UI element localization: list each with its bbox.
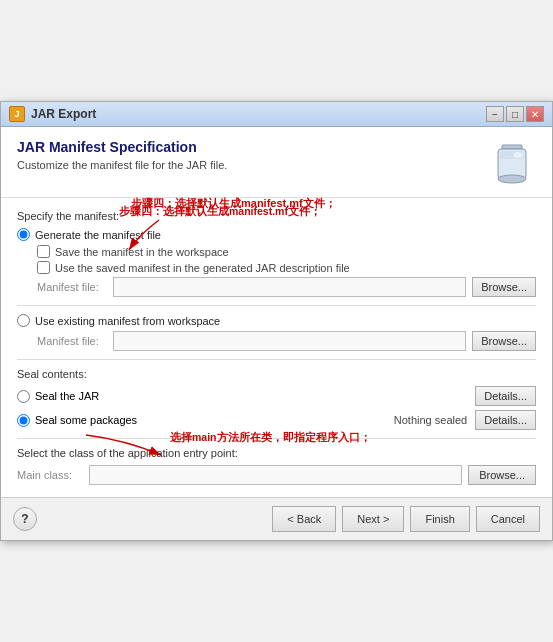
jar-image-icon [488, 139, 536, 187]
checkbox-save-label: Save the manifest in the workspace [55, 246, 229, 258]
browse-button2[interactable]: Browse... [472, 331, 536, 351]
details-button1[interactable]: Details... [475, 386, 536, 406]
checkbox-use-saved-input[interactable] [37, 261, 50, 274]
maximize-button[interactable]: □ [506, 106, 524, 122]
manifest-file-label1: Manifest file: [37, 281, 107, 293]
annotation-step4: 步骤四：选择默认生成manifest.mf文件； [131, 197, 336, 209]
checkbox-use-saved-label: Use the saved manifest in the generated … [55, 262, 350, 274]
divider1 [17, 305, 536, 306]
divider3 [17, 438, 536, 439]
seal-jar-left: Seal the JAR [17, 390, 99, 403]
window-icon: J [9, 106, 25, 122]
radio-existing-option[interactable]: Use existing manifest from workspace [17, 314, 536, 327]
jar-export-window: J JAR Export − □ ✕ JAR Manifest Specific… [0, 101, 553, 541]
title-bar: J JAR Export − □ ✕ [1, 102, 552, 127]
svg-point-4 [513, 152, 523, 158]
radio-seal-jar-label: Seal the JAR [35, 390, 99, 402]
radio-seal-packages[interactable] [17, 414, 30, 427]
svg-rect-0 [502, 145, 522, 149]
footer-left: ? [13, 507, 37, 531]
radio-existing-input[interactable] [17, 314, 30, 327]
finish-button[interactable]: Finish [410, 506, 469, 532]
page-title: JAR Manifest Specification [17, 139, 227, 155]
next-button[interactable]: Next > [342, 506, 404, 532]
radio-generate-option[interactable]: Generate the manifest file [17, 228, 536, 241]
radio-seal-jar[interactable] [17, 390, 30, 403]
radio-seal-packages-label: Seal some packages [35, 414, 137, 426]
header-section: JAR Manifest Specification Customize the… [1, 127, 552, 198]
main-class-label: Main class: [17, 469, 83, 481]
browse-main-button[interactable]: Browse... [468, 465, 536, 485]
seal-section: Seal contents: Seal the JAR Details... S… [17, 368, 536, 430]
jar-icon-container [488, 139, 536, 187]
nothing-sealed-label: Nothing sealed [394, 414, 467, 426]
radio-existing-label: Use existing manifest from workspace [35, 315, 220, 327]
minimize-button[interactable]: − [486, 106, 504, 122]
seal-packages-left: Seal some packages [17, 414, 137, 427]
manifest-file-label2: Manifest file: [37, 335, 107, 347]
seal-contents-label: Seal contents: [17, 368, 536, 380]
specify-manifest-label: Specify the manifest: [17, 210, 536, 222]
manifest-file-row2: Manifest file: Browse... [37, 331, 536, 351]
title-bar-controls: − □ ✕ [486, 106, 544, 122]
browse-button1[interactable]: Browse... [472, 277, 536, 297]
manifest-file-input1[interactable] [113, 277, 466, 297]
checkbox-save-input[interactable] [37, 245, 50, 258]
main-class-input[interactable] [89, 465, 462, 485]
entry-point-label: Select the class of the application entr… [17, 447, 536, 459]
entry-section: Select the class of the application entr… [17, 447, 536, 485]
footer-right: < Back Next > Finish Cancel [272, 506, 540, 532]
main-class-row: Main class: Browse... [17, 465, 536, 485]
svg-point-3 [498, 175, 526, 183]
footer: ? < Back Next > Finish Cancel [1, 497, 552, 540]
page-subtitle: Customize the manifest file for the JAR … [17, 159, 227, 171]
close-button[interactable]: ✕ [526, 106, 544, 122]
seal-packages-right: Nothing sealed Details... [394, 410, 536, 430]
checkbox-use-saved-option[interactable]: Use the saved manifest in the generated … [37, 261, 536, 274]
radio-generate-label: Generate the manifest file [35, 229, 161, 241]
details-button2[interactable]: Details... [475, 410, 536, 430]
window-title: JAR Export [31, 107, 96, 121]
seal-packages-row: Seal some packages Nothing sealed Detail… [17, 410, 536, 430]
radio-generate-input[interactable] [17, 228, 30, 241]
manifest-file-row1: Manifest file: Browse... [37, 277, 536, 297]
cancel-button[interactable]: Cancel [476, 506, 540, 532]
divider2 [17, 359, 536, 360]
manifest-file-input2[interactable] [113, 331, 466, 351]
help-button[interactable]: ? [13, 507, 37, 531]
seal-jar-right: Details... [475, 386, 536, 406]
back-button[interactable]: < Back [272, 506, 336, 532]
header-text: JAR Manifest Specification Customize the… [17, 139, 227, 171]
title-bar-left: J JAR Export [9, 106, 96, 122]
main-content: 步骤四：选择默认生成manifest.mf文件； Specify the man… [1, 198, 552, 497]
checkbox-save-option[interactable]: Save the manifest in the workspace [37, 245, 536, 258]
seal-jar-row: Seal the JAR Details... [17, 386, 536, 406]
